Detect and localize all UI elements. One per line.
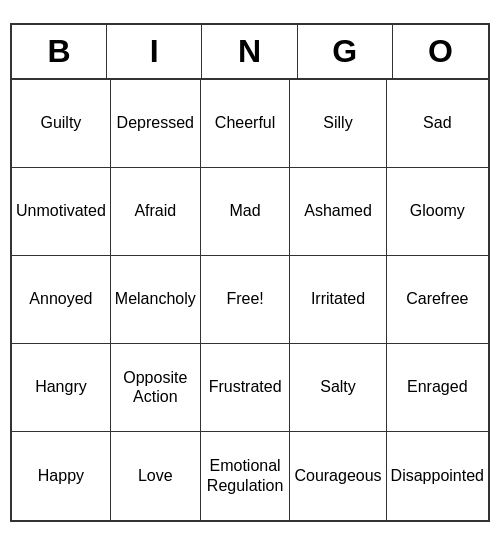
bingo-cell: Emotional Regulation [201, 432, 291, 520]
cell-text: Ashamed [304, 201, 372, 220]
bingo-cell: Ashamed [290, 168, 386, 256]
cell-text: Disappointed [391, 466, 484, 485]
bingo-cell: Enraged [387, 344, 488, 432]
cell-text: Enraged [407, 377, 468, 396]
cell-text: Carefree [406, 289, 468, 308]
bingo-cell: Free! [201, 256, 291, 344]
cell-text: Sad [423, 113, 451, 132]
bingo-cell: Frustrated [201, 344, 291, 432]
bingo-cell: Cheerful [201, 80, 291, 168]
header-letter: G [298, 25, 393, 78]
cell-text: Depressed [117, 113, 194, 132]
cell-text: Silly [323, 113, 352, 132]
cell-text: Frustrated [209, 377, 282, 396]
cell-text: Hangry [35, 377, 87, 396]
bingo-cell: Carefree [387, 256, 488, 344]
cell-text: Melancholy [115, 289, 196, 308]
bingo-cell: Gloomy [387, 168, 488, 256]
cell-text: Guilty [40, 113, 81, 132]
cell-text: Unmotivated [16, 201, 106, 220]
cell-text: Annoyed [29, 289, 92, 308]
bingo-cell: Courageous [290, 432, 386, 520]
cell-text: Gloomy [410, 201, 465, 220]
cell-text: Emotional Regulation [205, 456, 286, 494]
cell-text: Salty [320, 377, 356, 396]
bingo-cell: Opposite Action [111, 344, 201, 432]
bingo-cell: Happy [12, 432, 111, 520]
bingo-cell: Irritated [290, 256, 386, 344]
bingo-cell: Melancholy [111, 256, 201, 344]
bingo-cell: Afraid [111, 168, 201, 256]
cell-text: Free! [226, 289, 263, 308]
cell-text: Cheerful [215, 113, 275, 132]
bingo-card: BINGO GuiltyDepressedCheerfulSillySadUnm… [10, 23, 490, 522]
bingo-cell: Salty [290, 344, 386, 432]
bingo-cell: Hangry [12, 344, 111, 432]
cell-text: Love [138, 466, 173, 485]
bingo-cell: Sad [387, 80, 488, 168]
bingo-header: BINGO [12, 25, 488, 80]
header-letter: O [393, 25, 488, 78]
header-letter: I [107, 25, 202, 78]
cell-text: Happy [38, 466, 84, 485]
bingo-cell: Love [111, 432, 201, 520]
cell-text: Opposite Action [115, 368, 196, 406]
cell-text: Irritated [311, 289, 365, 308]
bingo-cell: Guilty [12, 80, 111, 168]
header-letter: B [12, 25, 107, 78]
cell-text: Afraid [134, 201, 176, 220]
header-letter: N [202, 25, 297, 78]
bingo-grid: GuiltyDepressedCheerfulSillySadUnmotivat… [12, 80, 488, 520]
cell-text: Courageous [294, 466, 381, 485]
bingo-cell: Depressed [111, 80, 201, 168]
bingo-cell: Silly [290, 80, 386, 168]
cell-text: Mad [230, 201, 261, 220]
bingo-cell: Unmotivated [12, 168, 111, 256]
bingo-cell: Disappointed [387, 432, 488, 520]
bingo-cell: Annoyed [12, 256, 111, 344]
bingo-cell: Mad [201, 168, 291, 256]
